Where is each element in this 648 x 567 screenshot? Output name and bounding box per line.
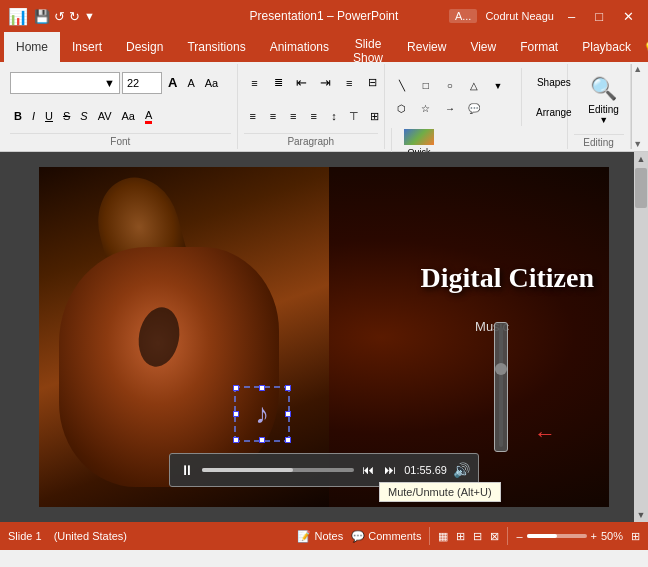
align-left-button[interactable]: ≡ [244,105,262,127]
save-icon[interactable]: 💾 [34,9,50,24]
rewind-button[interactable]: ⏮ [360,463,376,477]
shapes-more-btn[interactable]: ▼ [487,75,509,97]
text-direction-button[interactable]: ↕ [325,105,343,127]
handle-mr[interactable] [285,411,291,417]
tab-animations[interactable]: Animations [258,32,341,62]
vertical-scrollbar[interactable]: ▲ ▼ [634,152,648,522]
para-group-content: ≡ ≣ ⇤ ⇥ ≡ ⊟ ≡ ≡ ≡ ≡ ↕ ⊤ ⊞ [244,66,384,133]
decrease-font-button[interactable]: A [183,72,198,94]
tab-transitions[interactable]: Transitions [175,32,257,62]
tab-playback[interactable]: Playback [570,32,643,62]
columns-button[interactable]: ⊟ [362,72,384,94]
handle-br[interactable] [285,437,291,443]
normal-view-button[interactable]: ▦ [438,530,448,543]
handle-bm[interactable] [259,437,265,443]
redo-button[interactable]: ↻ [69,9,80,24]
tab-home[interactable]: Home [4,32,60,62]
title-bar-right: A... Codrut Neagu – □ ✕ [449,7,640,26]
editing-icon: 🔍 [590,76,617,102]
align-right-button[interactable]: ≡ [284,105,302,127]
arrange-label: Arrange [536,107,572,118]
handle-ml[interactable] [233,411,239,417]
scroll-up-arrow[interactable]: ▲ [635,152,648,166]
decrease-indent-button[interactable]: ⇤ [291,72,313,94]
pause-button[interactable]: ⏸ [178,462,196,478]
slide-title[interactable]: Digital Citizen [421,262,594,294]
handle-tm[interactable] [259,385,265,391]
shape-btn-2[interactable]: □ [415,75,437,97]
scroll-down-arrow[interactable]: ▼ [635,508,648,522]
fit-slide-button[interactable]: ⊞ [631,530,640,543]
tab-view[interactable]: View [458,32,508,62]
font-name-selector[interactable]: ▼ [10,72,120,94]
shape-btn-4[interactable]: △ [463,75,485,97]
shape-btn-3[interactable]: ○ [439,75,461,97]
notes-button[interactable]: 📝 Notes [297,530,343,543]
strikethrough-button[interactable]: S [59,105,74,127]
slide[interactable]: Digital Citizen Music ♪ ⏸ [39,167,609,507]
outline-view-button[interactable]: ⊞ [456,530,465,543]
bold-button[interactable]: B [10,105,26,127]
font-size-input[interactable]: 22 [122,72,162,94]
customize-button[interactable]: ▼ [84,10,95,22]
media-progress-bar[interactable] [202,468,354,472]
increase-indent-button[interactable]: ⇥ [315,72,337,94]
align-center-button[interactable]: ≡ [264,105,282,127]
slide-sorter-button[interactable]: ⊟ [473,530,482,543]
volume-button[interactable]: 🔊 [453,462,470,478]
shape-btn-6[interactable]: ☆ [415,98,437,120]
text-align-button[interactable]: ⊤ [345,105,363,127]
volume-slider[interactable] [494,322,508,452]
increase-font-button[interactable]: A [164,72,181,94]
handle-tr[interactable] [285,385,291,391]
volume-thumb[interactable] [495,363,507,375]
shape-btn-8[interactable]: 💬 [463,98,485,120]
scroll-track [634,166,648,508]
zoom-in-icon[interactable]: + [591,530,597,542]
font-group-label: Font [10,133,231,147]
handle-tl[interactable] [233,385,239,391]
zoom-out-icon[interactable]: – [516,530,522,542]
ribbon-scroll-down[interactable]: ▼ [633,139,642,149]
zoom-slider[interactable] [527,534,587,538]
media-time: 01:55.69 [404,464,447,476]
justify-button[interactable]: ≡ [304,105,322,127]
editing-group: 🔍 Editing ▼ Editing [568,64,631,149]
reading-view-button[interactable]: ⊠ [490,530,499,543]
editing-button[interactable]: 🔍 Editing ▼ [576,68,632,132]
numbered-list-button[interactable]: ≣ [267,72,289,94]
change-case-button[interactable]: Aa [201,72,222,94]
shape-btn-1[interactable]: ╲ [391,75,413,97]
maximize-button[interactable]: □ [589,7,609,26]
bullet-list-button[interactable]: ≡ [244,72,266,94]
tab-slideshow[interactable]: Slide Show [341,32,395,62]
tab-insert[interactable]: Insert [60,32,114,62]
comments-button[interactable]: 💬 Comments [351,530,421,543]
tab-format[interactable]: Format [508,32,570,62]
font-color-button[interactable]: A [141,105,156,127]
ribbon-scroll-up[interactable]: ▲ [633,64,642,74]
fill-preview [404,129,434,145]
title-bar-left: 📊 💾 ↺ ↻ ▼ [8,7,95,26]
tab-review[interactable]: Review [395,32,458,62]
change-case-button2[interactable]: Aa [118,105,139,127]
tab-design[interactable]: Design [114,32,175,62]
close-button[interactable]: ✕ [617,7,640,26]
undo-button[interactable]: ↺ [54,9,65,24]
char-spacing-button[interactable]: AV [94,105,116,127]
minimize-button[interactable]: – [562,7,581,26]
underline-button[interactable]: U [41,105,57,127]
smartart-convert-button[interactable]: ⊞ [365,105,383,127]
italic-button[interactable]: I [28,105,39,127]
shape-btn-5[interactable]: ⬡ [391,98,413,120]
scroll-thumb[interactable] [635,168,647,208]
text-shadow-button[interactable]: S [76,105,91,127]
forward-button[interactable]: ⏭ [382,463,398,477]
title-bar: 📊 💾 ↺ ↻ ▼ Presentation1 – PowerPoint A..… [0,0,648,32]
ribbon-scrollbar[interactable]: ▲ ▼ [631,64,644,149]
app-title: Presentation1 – PowerPoint [250,9,399,23]
shape-btn-7[interactable]: → [439,98,461,120]
line-spacing-button[interactable]: ≡ [338,72,360,94]
handle-bl[interactable] [233,437,239,443]
music-icon-container[interactable]: ♪ [234,386,290,442]
